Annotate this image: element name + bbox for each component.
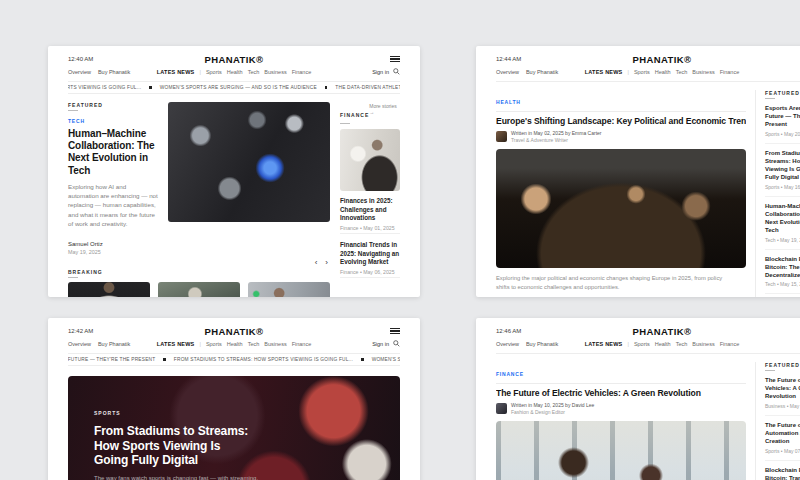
- nav-item[interactable]: Health: [655, 69, 671, 75]
- category-tag[interactable]: TECH: [68, 118, 158, 124]
- lates-news-label: LATES NEWS: [157, 69, 195, 75]
- ticker-item[interactable]: WOMEN'S SPORTS ARE SURGING — AND SO IS T…: [160, 85, 317, 90]
- finance-article-meta: Finance • May 06, 2025: [340, 269, 400, 275]
- ticker-item[interactable]: SPORTS VIEWING IS GOING FUL...: [68, 85, 141, 90]
- nav-item[interactable]: Business: [692, 341, 714, 347]
- featured-article-title[interactable]: The Future of Electric Vehicles: A Green…: [765, 376, 800, 400]
- breaking-thumb-3[interactable]: [248, 282, 330, 297]
- finance-label: FINANCE: [340, 112, 369, 118]
- nav-item[interactable]: Business: [264, 341, 286, 347]
- image-caption: Exploring the major political and econom…: [496, 274, 736, 292]
- featured-article-meta: Sports • May 07, 2025: [765, 448, 800, 454]
- nav-item[interactable]: Tech: [676, 69, 688, 75]
- sports-page-card: 12:42 AM PHANATIK® OverviewBuy Phanatik …: [48, 318, 420, 480]
- article-headline: The Future of Electric Vehicles: A Green…: [496, 388, 746, 398]
- featured-article[interactable]: The Future of Electric Vehicles: A Green…: [765, 371, 800, 416]
- nav-divider: |: [199, 69, 200, 75]
- home-main-area: FEATURED TECH Human–Machine Collaboratio…: [68, 102, 330, 297]
- featured-article-title[interactable]: Blockchain Beyond Bitcoin: Transforming …: [765, 466, 800, 480]
- author-name: Samuel Ortiz: [68, 241, 158, 247]
- lead-headline[interactable]: Human–Machine Collaboration: The Next Ev…: [68, 128, 158, 177]
- carousel-prev-icon[interactable]: ‹: [315, 259, 318, 267]
- nav-item[interactable]: Sports: [206, 69, 222, 75]
- nav-divider: |: [627, 341, 628, 347]
- nav-item[interactable]: Sports: [634, 69, 650, 75]
- featured-article[interactable]: Blockchain Beyond Bitcoin: Transforming …: [765, 461, 800, 480]
- category-tag[interactable]: HEALTH: [496, 99, 521, 105]
- breaking-thumb-1[interactable]: [68, 282, 150, 297]
- finance-article-title[interactable]: Financial Trends in 2025: Navigating an …: [340, 241, 400, 267]
- featured-article[interactable]: Blockchain Beyond Bitcoin: The Future of…: [765, 250, 800, 295]
- featured-article-title[interactable]: Human-Machine Collaboration: The Next Ev…: [765, 202, 800, 234]
- nav-item[interactable]: Health: [227, 341, 243, 347]
- finance-article-image[interactable]: [340, 129, 400, 191]
- featured-sidebar: FEATURED The Future of Electric Vehicles…: [755, 362, 800, 480]
- category-tag[interactable]: FINANCE: [496, 371, 524, 377]
- finance-article-title[interactable]: Finances in 2025: Challenges and Innovat…: [340, 197, 400, 223]
- ticker-item[interactable]: FROM STADIUMS TO STREAMS: HOW SPORTS VIE…: [174, 357, 353, 362]
- nav-item[interactable]: Business: [692, 69, 714, 75]
- more-stories-link[interactable]: More stories →: [369, 103, 400, 115]
- featured-article-title[interactable]: Esports Aren't the Future — They're the …: [765, 104, 800, 128]
- main-nav: LATES NEWS | SportsHealthTechBusinessFin…: [496, 69, 800, 75]
- featured-article-title[interactable]: The Future of Work: Automation and Job C…: [765, 421, 800, 445]
- ticker-bullet-icon: [325, 86, 328, 89]
- nav-item[interactable]: Health: [655, 341, 671, 347]
- nav-item[interactable]: Tech: [248, 341, 260, 347]
- category-tag[interactable]: SPORTS: [94, 410, 274, 416]
- breaking-label: BREAKING: [68, 269, 330, 275]
- featured-article[interactable]: From Stadiums to Streams: How Sports Vie…: [765, 144, 800, 197]
- author-role: Travel & Adventure Writer: [511, 137, 602, 143]
- ev-article-card: 12:46 AM PHANATIK® OverviewBuy Phanatik …: [476, 318, 800, 480]
- lead-article-image[interactable]: [168, 102, 330, 222]
- featured-article[interactable]: The Future of Work: Automation and Job C…: [765, 416, 800, 461]
- nav-item[interactable]: Finance: [292, 69, 312, 75]
- article-headline: Europe's Shifting Landscape: Key Politic…: [496, 116, 746, 126]
- featured-article-title[interactable]: From Stadiums to Streams: How Sports Vie…: [765, 149, 800, 181]
- site-logo: PHANATIK®: [68, 54, 400, 65]
- byline: Written in May 10, 2025 by David Lee Fas…: [496, 402, 746, 415]
- site-logo: PHANATIK®: [496, 54, 800, 65]
- ticker-bullet-icon: [149, 86, 152, 89]
- featured-label: FEATURED: [68, 102, 158, 108]
- ticker-bullet-icon: [361, 358, 364, 361]
- featured-article-meta: Sports • May 20, 2025: [765, 131, 800, 137]
- nav-item[interactable]: Finance: [720, 69, 740, 75]
- sports-headline[interactable]: From Stadiums to Streams: How Sports Vie…: [94, 424, 254, 468]
- nav-item[interactable]: Tech: [676, 341, 688, 347]
- nav-item[interactable]: Finance: [292, 341, 312, 347]
- news-ticker[interactable]: SPORTS VIEWING IS GOING FUL...WOMEN'S SP…: [68, 82, 400, 94]
- main-nav: LATES NEWS | SportsHealthTechBusinessFin…: [68, 69, 400, 75]
- ticker-item[interactable]: WOMEN'S SPORTS ARE SURGING — AND SO IS T…: [372, 357, 400, 362]
- featured-article[interactable]: Human-Machine Collaboration: The Next Ev…: [765, 197, 800, 250]
- nav-item[interactable]: Business: [264, 69, 286, 75]
- carousel-next-icon[interactable]: ›: [325, 259, 328, 267]
- author-avatar: [496, 131, 507, 142]
- byline-text: Written in May 02, 2025 by Emma Carter: [511, 130, 602, 136]
- ticker-item[interactable]: THE FUTURE — THEY'RE THE PRESENT: [68, 357, 155, 362]
- nav-item[interactable]: Health: [227, 69, 243, 75]
- finance-article[interactable]: Finances in 2025: Challenges and Innovat…: [340, 197, 400, 234]
- sports-hero-image[interactable]: SPORTS From Stadiums to Streams: How Spo…: [68, 376, 400, 480]
- featured-article[interactable]: Esports Aren't the Future — They're the …: [765, 99, 800, 144]
- nav-item[interactable]: Sports: [206, 341, 222, 347]
- featured-article-meta: Tech • May 19, 2025: [765, 237, 800, 243]
- europe-article-card: 12:44 AM PHANATIK® OverviewBuy Phanatik …: [476, 46, 800, 297]
- lates-news-label: LATES NEWS: [157, 341, 195, 347]
- article-main: FINANCE The Future of Electric Vehicles:…: [496, 362, 746, 480]
- featured-label: FEATURED: [765, 90, 800, 96]
- featured-label: FEATURED: [765, 362, 800, 368]
- canvas: 12:40 AM PHANATIK® OverviewBuy Phanatik …: [0, 0, 800, 480]
- news-ticker[interactable]: THE FUTURE — THEY'RE THE PRESENTFROM STA…: [68, 354, 400, 366]
- lates-news-label: LATES NEWS: [585, 69, 623, 75]
- nav-item[interactable]: Sports: [634, 341, 650, 347]
- home-page-card: 12:40 AM PHANATIK® OverviewBuy Phanatik …: [48, 46, 420, 297]
- breaking-thumb-2[interactable]: [158, 282, 240, 297]
- ticker-item[interactable]: THE DATA-DRIVEN ATHLETE: HOW TECHNOLOGY …: [335, 85, 400, 90]
- finance-sidebar: FINANCE More stories → Finances in 2025:…: [340, 102, 400, 297]
- nav-item[interactable]: Tech: [248, 69, 260, 75]
- lead-excerpt: Exploring how AI and automation are enha…: [68, 182, 158, 228]
- nav-item[interactable]: Finance: [720, 341, 740, 347]
- featured-article-title[interactable]: Blockchain Beyond Bitcoin: The Future of…: [765, 255, 800, 279]
- finance-article[interactable]: Financial Trends in 2025: Navigating an …: [340, 241, 400, 278]
